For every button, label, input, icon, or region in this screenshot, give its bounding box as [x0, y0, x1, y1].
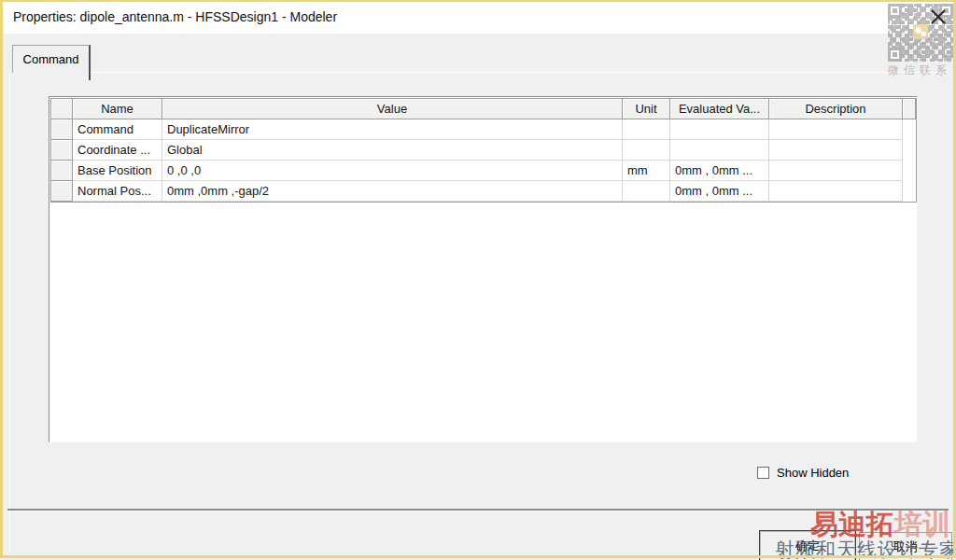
row-selector-header	[51, 99, 73, 119]
property-value[interactable]: 0mm ,0mm ,-gap/2	[162, 181, 623, 202]
tab-command-label: Command	[23, 52, 79, 66]
column-header-name: Name	[73, 99, 162, 119]
property-name: Normal Pos...	[73, 181, 162, 202]
show-hidden-label: Show Hidden	[777, 466, 849, 480]
cancel-button[interactable]: 取消	[859, 532, 952, 560]
property-evaluated: 0mm , 0mm ...	[670, 161, 769, 181]
property-row: Command DuplicateMirror	[51, 119, 916, 140]
column-header-filler	[903, 99, 916, 119]
row-selector[interactable]	[51, 119, 73, 140]
property-description[interactable]	[769, 140, 903, 161]
column-header-description: Description	[769, 99, 903, 119]
grid-filler	[903, 140, 916, 161]
properties-dialog: Properties: dipole_antenna.m - HFSSDesig…	[0, 0, 956, 560]
property-description[interactable]	[769, 119, 903, 140]
wechat-icon	[913, 24, 928, 39]
qr-finder-icon	[888, 4, 902, 18]
separator	[7, 509, 949, 511]
qr-caption: 微信联系	[888, 63, 956, 78]
column-header-evaluated: Evaluated Va...	[670, 99, 769, 119]
tab-command[interactable]: Command	[12, 45, 91, 73]
property-row: Coordinate ... Global	[51, 140, 916, 161]
property-unit[interactable]	[623, 119, 670, 140]
property-name: Coordinate ...	[73, 140, 162, 161]
property-evaluated: 0mm , 0mm ...	[670, 181, 769, 202]
row-selector[interactable]	[51, 181, 73, 202]
grid-filler	[903, 161, 916, 181]
grid-filler	[903, 119, 916, 140]
ok-button[interactable]: 确定	[759, 530, 856, 560]
property-grid: Name Value Unit Evaluated Va... Descript…	[50, 98, 917, 203]
property-value[interactable]: DuplicateMirror	[162, 119, 623, 140]
title-bar: Properties: dipole_antenna.m - HFSSDesig…	[0, 0, 956, 34]
property-value[interactable]: Global	[162, 140, 623, 161]
property-unit[interactable]	[623, 181, 670, 202]
property-description[interactable]	[769, 181, 903, 202]
show-hidden-row: Show Hidden	[757, 466, 849, 480]
property-name: Base Position	[73, 161, 162, 181]
window-title: Properties: dipole_antenna.m - HFSSDesig…	[13, 0, 337, 34]
property-evaluated	[670, 140, 769, 161]
row-selector[interactable]	[51, 161, 73, 181]
grid-filler	[903, 181, 916, 202]
property-name: Command	[73, 119, 162, 140]
property-unit[interactable]: mm	[623, 161, 670, 181]
header-row: Name Value Unit Evaluated Va... Descript…	[51, 99, 916, 119]
qr-finder-icon	[888, 48, 902, 62]
tab-divider	[89, 73, 91, 80]
tab-page-border	[9, 72, 10, 552]
column-header-value: Value	[162, 99, 623, 119]
property-description[interactable]	[769, 161, 903, 181]
row-selector[interactable]	[51, 140, 73, 161]
tab-page-border	[91, 72, 947, 73]
column-header-unit: Unit	[623, 99, 670, 119]
property-value[interactable]: 0 ,0 ,0	[162, 161, 623, 181]
property-grid-panel: Name Value Unit Evaluated Va... Descript…	[49, 96, 918, 442]
property-row: Base Position 0 ,0 ,0 mm 0mm , 0mm ...	[51, 161, 916, 181]
property-evaluated	[670, 119, 769, 140]
close-icon[interactable]	[930, 8, 947, 25]
show-hidden-checkbox[interactable]	[757, 467, 769, 479]
property-row: Normal Pos... 0mm ,0mm ,-gap/2 0mm , 0mm…	[51, 181, 916, 202]
property-unit[interactable]	[623, 140, 670, 161]
